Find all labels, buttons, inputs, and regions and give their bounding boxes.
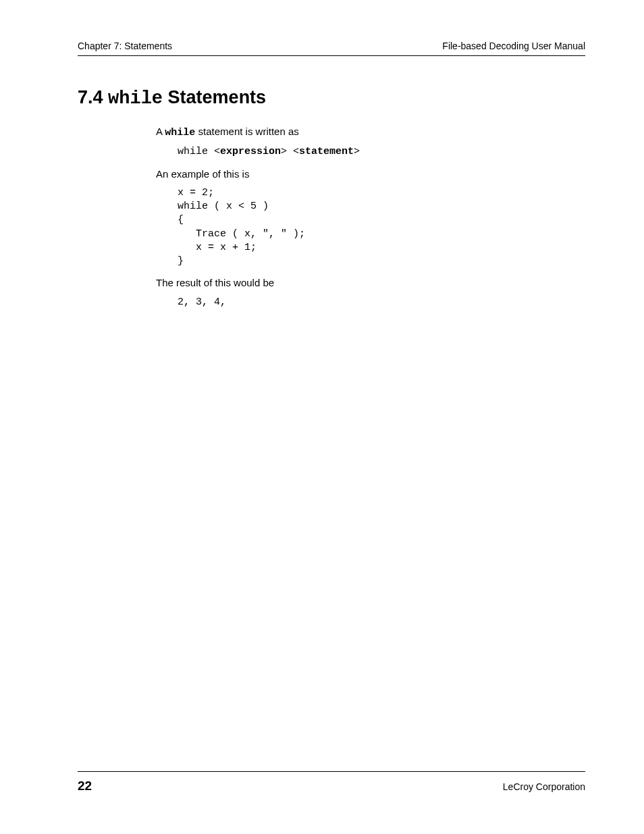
page-number: 22 bbox=[78, 779, 92, 793]
section-number: 7.4 bbox=[78, 87, 103, 107]
syntax-end: > bbox=[354, 146, 360, 157]
header-left: Chapter 7: Statements bbox=[78, 41, 172, 51]
syntax-statement: statement bbox=[299, 146, 354, 157]
syntax-mid: > < bbox=[281, 146, 299, 157]
page-header: Chapter 7: Statements File-based Decodin… bbox=[78, 41, 585, 55]
body-content: A while statement is written as while <e… bbox=[156, 125, 585, 309]
header-rule bbox=[78, 55, 585, 56]
p1-suffix: statement is written as bbox=[195, 126, 298, 137]
result-output: 2, 3, 4, bbox=[178, 296, 585, 309]
page-footer: 22 LeCroy Corporation bbox=[78, 771, 585, 793]
syntax-prefix: while < bbox=[178, 146, 220, 157]
section-heading: 7.4 while Statements bbox=[78, 87, 585, 109]
code-example: x = 2; while ( x < 5 ) { Trace ( x, ", "… bbox=[178, 186, 585, 269]
result-intro: The result of this would be bbox=[156, 276, 585, 290]
section-suffix: Statements bbox=[163, 87, 266, 107]
syntax-line: while <expression> <statement> bbox=[178, 145, 585, 159]
section-keyword: while bbox=[108, 88, 163, 109]
syntax-expression: expression bbox=[220, 146, 281, 157]
p1-prefix: A bbox=[156, 126, 165, 137]
intro-paragraph: A while statement is written as bbox=[156, 125, 585, 140]
footer-rule bbox=[78, 771, 585, 772]
footer-org: LeCroy Corporation bbox=[503, 781, 585, 792]
header-right: File-based Decoding User Manual bbox=[442, 41, 585, 51]
example-intro: An example of this is bbox=[156, 167, 585, 181]
p1-keyword: while bbox=[165, 127, 195, 138]
